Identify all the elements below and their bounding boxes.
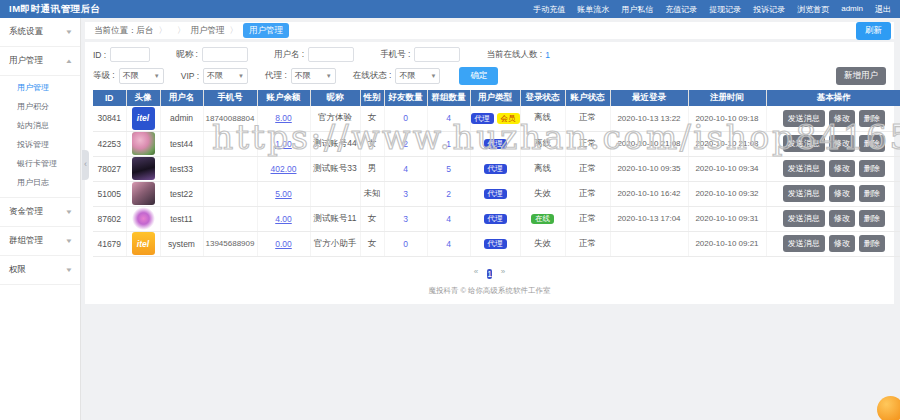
sidebar-item[interactable]: 用户日志: [0, 173, 80, 192]
sidebar-item[interactable]: 用户积分: [0, 97, 80, 116]
sidebar-item[interactable]: 投诉管理: [0, 135, 80, 154]
friends-link[interactable]: 3: [403, 189, 408, 199]
top-nav-item[interactable]: 用户私信: [621, 4, 653, 15]
cell-friends: 3: [384, 206, 427, 231]
edit-button[interactable]: 修改: [829, 185, 855, 202]
delete-button[interactable]: 删除: [859, 160, 885, 177]
sidebar-item[interactable]: 用户管理: [0, 78, 80, 97]
filter-input[interactable]: [110, 47, 150, 62]
groups-link[interactable]: 4: [446, 239, 451, 249]
cell-sex: 女: [360, 231, 384, 256]
filter-row-2: 等级 :不限▼VIP :不限▼代理 :不限▼在线状态 :不限▼确定新增用户: [93, 66, 886, 85]
floating-action-circle[interactable]: [877, 396, 900, 420]
balance-link[interactable]: 402.00: [271, 164, 297, 174]
filter-select[interactable]: 不限▼: [395, 68, 440, 84]
top-nav-item[interactable]: 手动充值: [533, 4, 565, 15]
balance-link[interactable]: 4.00: [275, 214, 292, 224]
column-header: ID: [93, 90, 126, 106]
breadcrumb-item[interactable]: 用户管理: [191, 25, 225, 35]
cell-friends: 4: [384, 156, 427, 181]
cell-last-login: 2020-10-13 13:22: [610, 106, 688, 131]
delete-button[interactable]: 删除: [859, 210, 885, 227]
edit-button[interactable]: 修改: [829, 135, 855, 152]
groups-link[interactable]: 5: [446, 164, 451, 174]
send-message-button[interactable]: 发送消息: [783, 160, 825, 177]
refresh-button[interactable]: 刷新: [856, 22, 891, 40]
cell-user-type: 代理: [470, 156, 520, 181]
cell-reg-time: 2020-10-10 09:21: [688, 231, 766, 256]
edit-button[interactable]: 修改: [829, 160, 855, 177]
groups-link[interactable]: 4: [446, 113, 451, 123]
avatar: [132, 182, 155, 205]
edit-button[interactable]: 修改: [829, 110, 855, 127]
cell-last-login: 2020-10-10 09:35: [610, 156, 688, 181]
sidebar-submenu: 用户管理用户积分站内消息投诉管理银行卡管理用户日志: [0, 76, 80, 198]
filter-select[interactable]: 不限▼: [119, 68, 164, 84]
cell-login-status: 离线: [520, 106, 565, 131]
top-nav-item[interactable]: 提现记录: [709, 4, 741, 15]
pagination-prev[interactable]: «: [470, 265, 482, 278]
friends-link[interactable]: 4: [403, 164, 408, 174]
delete-button[interactable]: 删除: [859, 235, 885, 252]
pagination-next[interactable]: »: [497, 265, 509, 278]
cell-user-type: 代理: [470, 181, 520, 206]
sidebar-group[interactable]: 系统设置▼: [0, 18, 80, 47]
cell-avatar: [126, 156, 160, 181]
delete-button[interactable]: 删除: [859, 185, 885, 202]
top-nav-item[interactable]: 退出: [875, 4, 891, 15]
send-message-button[interactable]: 发送消息: [783, 185, 825, 202]
column-header: 头像: [126, 90, 160, 106]
pagination-page[interactable]: 1: [487, 269, 492, 279]
top-nav-item[interactable]: admin: [841, 4, 863, 15]
cell-groups: 4: [427, 206, 470, 231]
top-nav-item[interactable]: 浏览首页: [797, 4, 829, 15]
delete-button[interactable]: 删除: [859, 135, 885, 152]
balance-link[interactable]: 1.00: [275, 139, 292, 149]
user-type-badge: 代理: [484, 239, 507, 250]
submit-button[interactable]: 确定: [459, 67, 498, 85]
balance-link[interactable]: 0.00: [275, 239, 292, 249]
filter-input[interactable]: [308, 47, 354, 62]
send-message-button[interactable]: 发送消息: [783, 210, 825, 227]
filter-select[interactable]: 不限▼: [203, 68, 248, 84]
filter-input[interactable]: [202, 47, 248, 62]
edit-button[interactable]: 修改: [829, 235, 855, 252]
add-user-button[interactable]: 新增用户: [836, 67, 886, 85]
sidebar-group[interactable]: 群组管理▼: [0, 227, 80, 256]
send-message-button[interactable]: 发送消息: [783, 110, 825, 127]
cell-id: 41679: [93, 231, 126, 256]
balance-link[interactable]: 8.00: [275, 113, 292, 123]
cell-id: 87602: [93, 206, 126, 231]
avatar: [132, 207, 155, 230]
sidebar-collapse-handle[interactable]: ‹: [82, 150, 89, 180]
sidebar-group-label: 权限: [9, 264, 26, 276]
cell-user-type: 代理: [470, 206, 520, 231]
delete-button[interactable]: 删除: [859, 110, 885, 127]
sidebar-item[interactable]: 站内消息: [0, 116, 80, 135]
groups-link[interactable]: 1: [446, 139, 451, 149]
breadcrumb-item[interactable]: 后台: [137, 25, 154, 35]
top-nav-item[interactable]: 充值记录: [665, 4, 697, 15]
cell-avatar: itel: [126, 231, 160, 256]
friends-link[interactable]: 2: [403, 139, 408, 149]
filter-select-value: 不限: [295, 70, 311, 81]
cell-phone: [203, 181, 257, 206]
edit-button[interactable]: 修改: [829, 210, 855, 227]
filter-input[interactable]: [414, 47, 460, 62]
friends-link[interactable]: 0: [403, 239, 408, 249]
sidebar-item[interactable]: 银行卡管理: [0, 154, 80, 173]
send-message-button[interactable]: 发送消息: [783, 135, 825, 152]
groups-link[interactable]: 4: [446, 214, 451, 224]
cell-id: 30841: [93, 106, 126, 131]
balance-link[interactable]: 5.00: [275, 189, 292, 199]
top-nav-item[interactable]: 账单流水: [577, 4, 609, 15]
send-message-button[interactable]: 发送消息: [783, 235, 825, 252]
sidebar-group[interactable]: 资金管理▼: [0, 198, 80, 227]
friends-link[interactable]: 0: [403, 113, 408, 123]
sidebar-group[interactable]: 用户管理▲: [0, 47, 80, 76]
groups-link[interactable]: 2: [446, 189, 451, 199]
top-nav-item[interactable]: 投诉记录: [753, 4, 785, 15]
sidebar-group[interactable]: 权限▼: [0, 256, 80, 285]
filter-select[interactable]: 不限▼: [291, 68, 336, 84]
friends-link[interactable]: 3: [403, 214, 408, 224]
